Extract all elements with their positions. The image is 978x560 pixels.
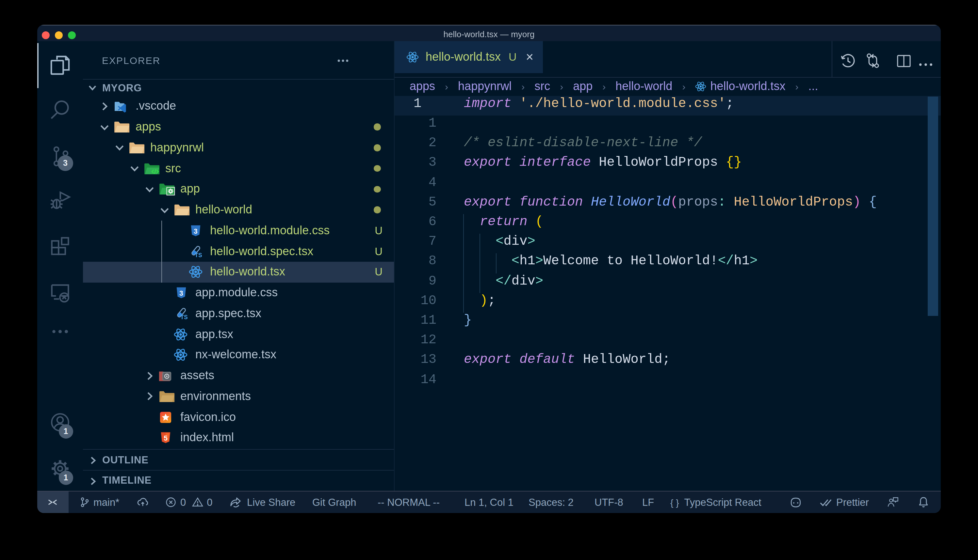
svg-text:3: 3 — [179, 290, 183, 297]
svg-text:TS: TS — [180, 314, 187, 320]
svg-text:5: 5 — [163, 434, 167, 442]
svg-text:3: 3 — [194, 227, 197, 235]
svg-text:TS: TS — [195, 252, 202, 258]
